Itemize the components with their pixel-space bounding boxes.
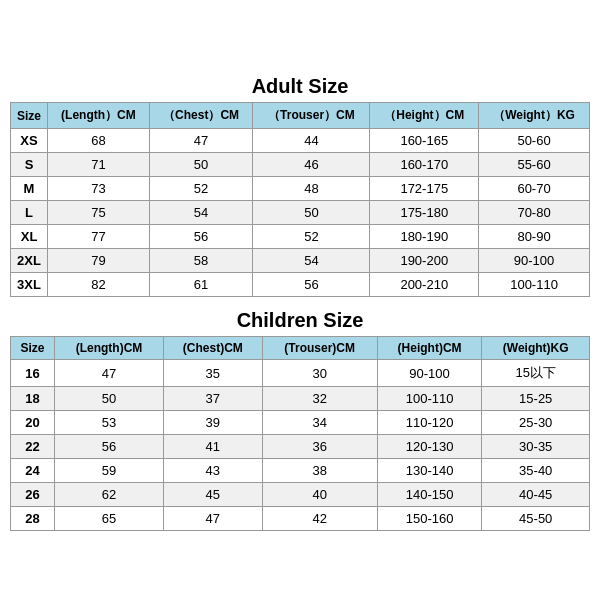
adult-table-cell: XL: [11, 225, 48, 249]
adult-table-cell: 70-80: [479, 201, 590, 225]
adult-table-cell: 50: [149, 153, 253, 177]
adult-table-cell: 58: [149, 249, 253, 273]
children-table-cell: 38: [262, 459, 377, 483]
children-header-cell: (Chest)CM: [163, 337, 262, 360]
children-table-cell: 39: [163, 411, 262, 435]
children-table-cell: 40: [262, 483, 377, 507]
adult-table-row: XL775652180-19080-90: [11, 225, 590, 249]
children-table-cell: 32: [262, 387, 377, 411]
children-table-cell: 130-140: [377, 459, 482, 483]
children-header-cell: (Length)CM: [55, 337, 164, 360]
adult-header-cell: （Trouser）CM: [253, 103, 370, 129]
children-table-row: 22564136120-13030-35: [11, 435, 590, 459]
adult-table-cell: 48: [253, 177, 370, 201]
adult-table-cell: 90-100: [479, 249, 590, 273]
children-table-cell: 18: [11, 387, 55, 411]
children-table-row: 24594338130-14035-40: [11, 459, 590, 483]
size-chart: Adult Size Size(Length）CM（Chest）CM（Trous…: [10, 69, 590, 531]
adult-table-cell: 80-90: [479, 225, 590, 249]
children-table-cell: 59: [55, 459, 164, 483]
adult-header-cell: (Length）CM: [48, 103, 150, 129]
children-table-cell: 28: [11, 507, 55, 531]
children-table-cell: 110-120: [377, 411, 482, 435]
adult-table-cell: 160-165: [370, 129, 479, 153]
adult-table-cell: 60-70: [479, 177, 590, 201]
adult-table-cell: 77: [48, 225, 150, 249]
children-table-cell: 15以下: [482, 360, 590, 387]
children-table-cell: 65: [55, 507, 164, 531]
children-header-cell: (Height)CM: [377, 337, 482, 360]
children-table-cell: 35: [163, 360, 262, 387]
adult-table-cell: 200-210: [370, 273, 479, 297]
children-table-cell: 50: [55, 387, 164, 411]
adult-table-cell: XS: [11, 129, 48, 153]
adult-table-cell: 82: [48, 273, 150, 297]
adult-table-cell: 73: [48, 177, 150, 201]
children-table-cell: 26: [11, 483, 55, 507]
adult-table-cell: 52: [253, 225, 370, 249]
children-table-row: 20533934110-12025-30: [11, 411, 590, 435]
children-table-cell: 53: [55, 411, 164, 435]
adult-header-cell: （Weight）KG: [479, 103, 590, 129]
adult-table-cell: 52: [149, 177, 253, 201]
adult-table-body: XS684744160-16550-60S715046160-17055-60M…: [11, 129, 590, 297]
adult-header-row: Size(Length）CM（Chest）CM（Trouser）CM（Heigh…: [11, 103, 590, 129]
adult-table-cell: 180-190: [370, 225, 479, 249]
children-table-cell: 22: [11, 435, 55, 459]
children-table-cell: 35-40: [482, 459, 590, 483]
children-header-cell: (Trouser)CM: [262, 337, 377, 360]
adult-table-cell: 54: [149, 201, 253, 225]
children-table-cell: 43: [163, 459, 262, 483]
adult-table-row: 3XL826156200-210100-110: [11, 273, 590, 297]
children-table-cell: 37: [163, 387, 262, 411]
children-size-table: Size(Length)CM(Chest)CM(Trouser)CM(Heigh…: [10, 336, 590, 531]
children-table-body: 1647353090-10015以下18503732100-11015-2520…: [11, 360, 590, 531]
adult-table-cell: 190-200: [370, 249, 479, 273]
adult-table-cell: 172-175: [370, 177, 479, 201]
children-table-row: 28654742150-16045-50: [11, 507, 590, 531]
children-size-title: Children Size: [10, 303, 590, 336]
adult-table-cell: L: [11, 201, 48, 225]
adult-size-table: Size(Length）CM（Chest）CM（Trouser）CM（Heigh…: [10, 102, 590, 297]
children-table-cell: 24: [11, 459, 55, 483]
adult-table-row: S715046160-17055-60: [11, 153, 590, 177]
children-table-cell: 16: [11, 360, 55, 387]
children-table-row: 26624540140-15040-45: [11, 483, 590, 507]
adult-table-cell: 50: [253, 201, 370, 225]
children-table-cell: 45-50: [482, 507, 590, 531]
children-header-cell: Size: [11, 337, 55, 360]
adult-table-cell: 3XL: [11, 273, 48, 297]
adult-table-cell: 75: [48, 201, 150, 225]
children-table-row: 18503732100-11015-25: [11, 387, 590, 411]
adult-table-cell: 54: [253, 249, 370, 273]
adult-table-cell: 47: [149, 129, 253, 153]
children-table-cell: 56: [55, 435, 164, 459]
adult-table-header: Size(Length）CM（Chest）CM（Trouser）CM（Heigh…: [11, 103, 590, 129]
adult-table-cell: M: [11, 177, 48, 201]
children-table-cell: 20: [11, 411, 55, 435]
children-table-cell: 47: [55, 360, 164, 387]
children-header-cell: (Weight)KG: [482, 337, 590, 360]
children-table-cell: 36: [262, 435, 377, 459]
adult-size-title: Adult Size: [10, 69, 590, 102]
children-table-cell: 120-130: [377, 435, 482, 459]
adult-table-cell: S: [11, 153, 48, 177]
adult-table-cell: 55-60: [479, 153, 590, 177]
children-table-cell: 62: [55, 483, 164, 507]
adult-table-cell: 175-180: [370, 201, 479, 225]
children-table-cell: 30-35: [482, 435, 590, 459]
children-table-row: 1647353090-10015以下: [11, 360, 590, 387]
children-table-cell: 45: [163, 483, 262, 507]
adult-table-cell: 56: [253, 273, 370, 297]
children-table-header: Size(Length)CM(Chest)CM(Trouser)CM(Heigh…: [11, 337, 590, 360]
adult-table-cell: 46: [253, 153, 370, 177]
adult-table-cell: 71: [48, 153, 150, 177]
adult-header-cell: Size: [11, 103, 48, 129]
children-table-cell: 15-25: [482, 387, 590, 411]
children-table-cell: 42: [262, 507, 377, 531]
adult-table-cell: 79: [48, 249, 150, 273]
adult-table-cell: 44: [253, 129, 370, 153]
adult-table-cell: 61: [149, 273, 253, 297]
children-table-cell: 150-160: [377, 507, 482, 531]
children-table-cell: 140-150: [377, 483, 482, 507]
